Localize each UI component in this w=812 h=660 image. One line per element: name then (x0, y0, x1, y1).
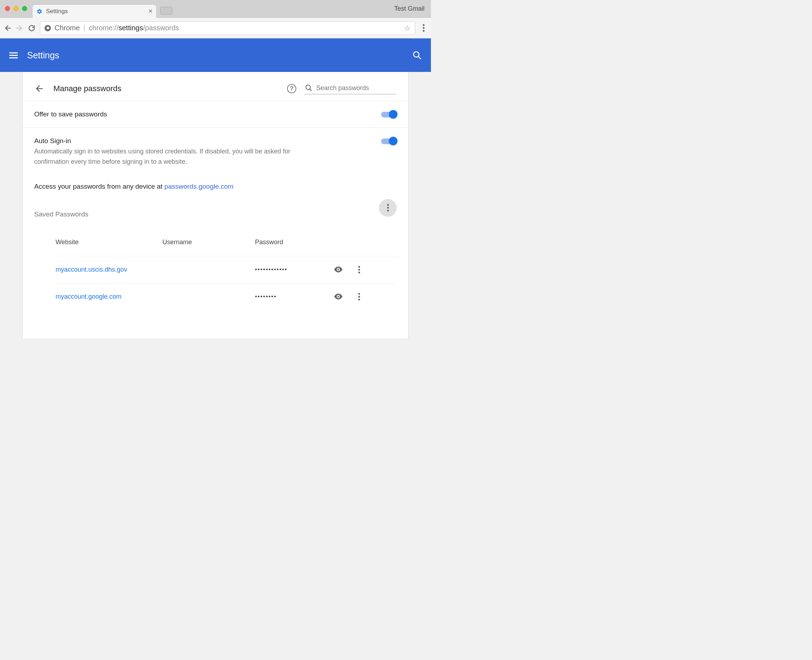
auto-signin-row: Auto Sign-in Automatically sign in to we… (23, 127, 408, 176)
eye-icon (333, 265, 343, 274)
svg-point-4 (338, 269, 339, 271)
settings-page: Manage passwords ? Offer to save passwor… (0, 72, 431, 338)
window-tabstrip: Settings ✕ Test Gmail (0, 0, 431, 18)
url-part: settings (119, 24, 143, 32)
search-button[interactable] (412, 51, 422, 60)
browser-menu-button[interactable] (420, 24, 427, 32)
search-passwords-input[interactable] (316, 84, 391, 92)
table-header: Website Username Password (56, 229, 397, 256)
bookmark-star-button[interactable]: ☆ (404, 24, 411, 32)
nav-forward-button (16, 24, 24, 32)
window-controls (0, 6, 32, 17)
password-masked: •••••••• (255, 294, 333, 300)
chrome-icon (44, 25, 51, 31)
browser-tab[interactable]: Settings ✕ (32, 4, 157, 18)
settings-title: Settings (27, 50, 59, 60)
url-part: /passwords (143, 24, 179, 32)
reload-icon (28, 24, 36, 32)
vertical-dots-icon (387, 204, 389, 211)
saved-passwords-menu-button[interactable] (379, 199, 397, 217)
svg-point-0 (413, 52, 419, 57)
arrow-left-icon (3, 24, 11, 32)
maximize-window-button[interactable] (22, 6, 27, 11)
browser-toolbar: Chrome | chrome://settings/passwords ☆ (0, 18, 431, 38)
table-row: myaccount.uscis.dhs.gov •••••••••••• (56, 256, 397, 283)
nav-back-button[interactable] (3, 24, 11, 32)
new-tab-button[interactable] (160, 7, 172, 14)
menu-button[interactable] (9, 51, 18, 59)
vertical-dots-icon (358, 293, 380, 300)
access-passwords-row: Access your passwords from any device at… (23, 176, 408, 200)
saved-passwords-section: Saved Passwords Website Username Passwor… (23, 200, 408, 310)
tab-title: Settings (46, 8, 145, 15)
address-bar[interactable]: Chrome | chrome://settings/passwords ☆ (40, 21, 415, 35)
row-subtitle: Automatically sign in to websites using … (34, 146, 326, 167)
eye-icon (333, 292, 343, 301)
saved-passwords-heading: Saved Passwords (34, 210, 88, 218)
password-site-link[interactable]: myaccount.uscis.dhs.gov (56, 266, 162, 273)
gear-icon (36, 8, 42, 14)
show-password-button[interactable] (333, 292, 358, 301)
svg-point-2 (306, 85, 311, 90)
url-part: chrome:// (89, 24, 118, 32)
section-title: Manage passwords (53, 84, 121, 93)
svg-line-3 (310, 89, 312, 91)
offer-save-passwords-row: Offer to save passwords (23, 101, 408, 127)
vertical-dots-icon (423, 24, 424, 32)
svg-line-1 (418, 56, 421, 59)
svg-point-5 (338, 296, 339, 298)
profile-label[interactable]: Test Gmail (394, 5, 424, 13)
row-title: Auto Sign-in (34, 137, 374, 145)
search-icon (305, 84, 313, 92)
row-title: Offer to save passwords (34, 110, 374, 118)
access-text: Access your passwords from any device at (34, 182, 164, 190)
search-passwords-field[interactable] (304, 82, 397, 94)
show-password-button[interactable] (333, 265, 358, 274)
vertical-dots-icon (358, 266, 380, 273)
section-back-button[interactable] (34, 84, 43, 93)
settings-card: Manage passwords ? Offer to save passwor… (23, 72, 408, 338)
saved-passwords-table: Website Username Password myaccount.usci… (56, 229, 397, 310)
password-row-menu-button[interactable] (358, 266, 380, 273)
auto-signin-toggle[interactable] (381, 138, 397, 144)
nav-reload-button[interactable] (28, 24, 36, 32)
section-header: Manage passwords ? (23, 72, 408, 101)
url-chip: Chrome (54, 24, 80, 32)
password-row-menu-button[interactable] (358, 293, 380, 300)
offer-save-passwords-toggle[interactable] (381, 112, 397, 117)
arrow-right-icon (16, 24, 24, 32)
col-username: Username (162, 238, 255, 246)
col-website: Website (56, 238, 162, 246)
table-row: myaccount.google.com •••••••• (56, 283, 397, 310)
close-window-button[interactable] (5, 6, 10, 11)
password-masked: •••••••••••• (255, 266, 333, 273)
help-button[interactable]: ? (287, 84, 296, 93)
tab-close-button[interactable]: ✕ (148, 8, 153, 14)
passwords-google-link[interactable]: passwords.google.com (164, 182, 233, 190)
settings-header: Settings (0, 38, 431, 72)
minimize-window-button[interactable] (14, 6, 19, 11)
password-site-link[interactable]: myaccount.google.com (56, 293, 162, 300)
url-separator: | (83, 24, 85, 32)
col-password: Password (255, 238, 333, 246)
